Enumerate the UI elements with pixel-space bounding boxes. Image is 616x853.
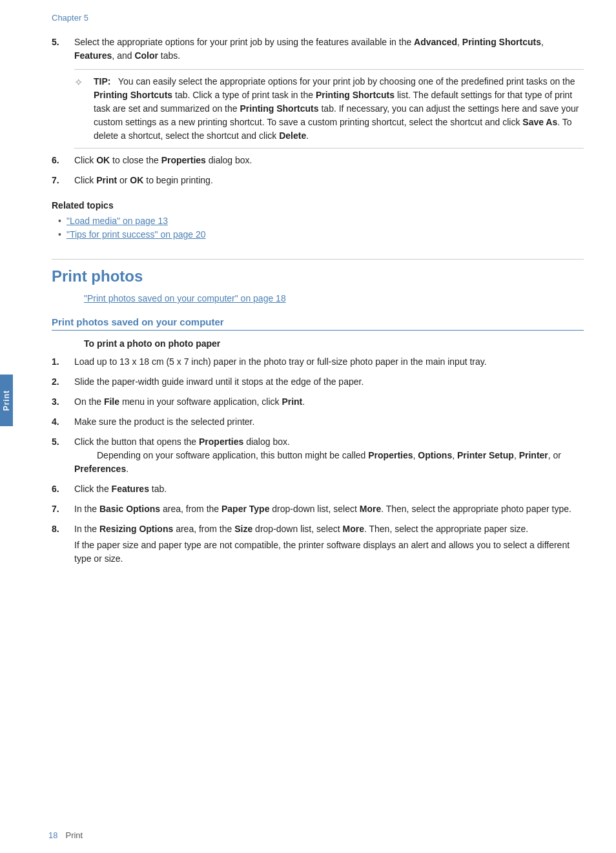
photo-step-5-indent: Depending on your software application, …: [74, 450, 561, 474]
p8-b3: More: [343, 524, 364, 534]
related-topics-title: Related topics: [52, 200, 584, 211]
p8-b2: Size: [234, 524, 252, 534]
step-5-bold-advanced: Advanced: [414, 37, 457, 47]
bullet-2: •: [58, 229, 61, 240]
photo-step-7-number: 7.: [52, 502, 74, 516]
print-photos-subsection-heading: Print photos saved on your computer: [52, 316, 584, 331]
step-6-bold-properties: Properties: [161, 155, 206, 165]
tip-content: TIP: You can easily select the appropria…: [94, 75, 584, 143]
photo-step-7-content: In the Basic Options area, from the Pape…: [74, 502, 584, 516]
photo-step-5-bold-prop: Properties: [199, 437, 243, 447]
divider: [52, 259, 584, 260]
step-6: 6. Click OK to close the Properties dial…: [52, 154, 584, 167]
photo-step-4-number: 4.: [52, 415, 74, 429]
tip-bold-2: Printing Shortcuts: [316, 90, 395, 100]
print-photos-heading: Print photos: [52, 267, 584, 285]
photo-step-1-number: 1.: [52, 355, 74, 369]
sidebar-tab-label: Print: [2, 390, 11, 411]
tip-icon: ✧: [74, 76, 88, 143]
p5-b1: Properties: [368, 450, 413, 460]
p5-b4: Printer: [519, 450, 548, 460]
step-5-content: Select the appropriate options for your …: [74, 36, 584, 63]
tip-bold-1: Printing Shortcuts: [94, 90, 172, 100]
step-6-bold-ok: OK: [96, 155, 110, 165]
bullet-1: •: [58, 216, 61, 226]
related-link-1: • "Load media" on page 13: [58, 216, 584, 226]
p5-b2: Options: [418, 450, 452, 460]
step-6-content: Click OK to close the Properties dialog …: [74, 154, 584, 167]
related-topics: Related topics • "Load media" on page 13…: [52, 200, 584, 240]
step-5-bold-features: Features: [74, 50, 112, 61]
photo-step-2-number: 2.: [52, 375, 74, 389]
tip-bold-saveas: Save As: [522, 117, 557, 127]
step-7-content: Click Print or OK to begin printing.: [74, 174, 584, 187]
p5-b5: Preferences: [74, 464, 126, 474]
photo-step-2-content: Slide the paper-width guide inward until…: [74, 375, 584, 389]
photo-step-8-content: In the Resizing Options area, from the S…: [74, 522, 584, 566]
photo-step-8-number: 8.: [52, 522, 74, 566]
chapter-label: Chapter 5: [52, 13, 584, 23]
step-7-bold-ok: OK: [130, 175, 143, 185]
tip-label: TIP:: [94, 76, 116, 87]
page-footer: 18 Print: [16, 830, 600, 840]
step-7: 7. Click Print or OK to begin printing.: [52, 174, 584, 187]
p5-b3: Printer Setup: [457, 450, 514, 460]
photo-step-1: 1. Load up to 13 x 18 cm (5 x 7 inch) pa…: [52, 355, 584, 369]
footer-page-number: 18: [48, 830, 57, 840]
tip-bold-delete: Delete: [279, 130, 306, 141]
photo-step-3-number: 3.: [52, 395, 74, 409]
photo-step-5-number: 5.: [52, 435, 74, 476]
photo-step-4-content: Make sure the product is the selected pr…: [74, 415, 584, 429]
photo-step-3-bold-file: File: [104, 396, 119, 407]
step-5: 5. Select the appropriate options for yo…: [52, 36, 584, 63]
photo-step-4: 4. Make sure the product is the selected…: [52, 415, 584, 429]
photo-step-1-content: Load up to 13 x 18 cm (5 x 7 inch) paper…: [74, 355, 584, 369]
photo-step-2: 2. Slide the paper-width guide inward un…: [52, 375, 584, 389]
step-7-number: 7.: [52, 174, 74, 187]
photo-step-6-bold-features: Features: [112, 484, 149, 494]
photo-step-6: 6. Click the Features tab.: [52, 482, 584, 496]
link-load-media[interactable]: "Load media" on page 13: [67, 216, 168, 226]
photo-step-3: 3. On the File menu in your software app…: [52, 395, 584, 409]
sidebar-tab: Print: [0, 375, 13, 426]
step-6-number: 6.: [52, 154, 74, 167]
photo-step-5-content: Click the button that opens the Properti…: [74, 435, 584, 476]
p7-b1: Basic Options: [99, 504, 160, 514]
tip-box: ✧ TIP: You can easily select the appropr…: [74, 69, 584, 149]
photo-step-8: 8. In the Resizing Options area, from th…: [52, 522, 584, 566]
photo-step-6-number: 6.: [52, 482, 74, 496]
step-5-bold-color: Color: [134, 50, 158, 61]
photo-step-6-content: Click the Features tab.: [74, 482, 584, 496]
photo-step-8-indent: If the paper size and paper type are not…: [74, 539, 584, 566]
sub-sub-heading: To print a photo on photo paper: [84, 338, 584, 349]
footer-section-label: Print: [65, 830, 83, 840]
photo-step-5: 5. Click the button that opens the Prope…: [52, 435, 584, 476]
photo-step-3-bold-print: Print: [282, 396, 302, 407]
photo-step-7: 7. In the Basic Options area, from the P…: [52, 502, 584, 516]
print-photos-intro-link[interactable]: "Print photos saved on your computer" on…: [84, 293, 584, 303]
p7-b2: Paper Type: [221, 504, 269, 514]
step-5-number: 5.: [52, 36, 74, 63]
tip-bold-3: Printing Shortcuts: [240, 103, 318, 114]
p7-b3: More: [360, 504, 381, 514]
step-7-bold-print: Print: [96, 175, 117, 185]
related-link-2: • "Tips for print success" on page 20: [58, 229, 584, 240]
p8-b1: Resizing Options: [99, 524, 173, 534]
photo-step-3-content: On the File menu in your software applic…: [74, 395, 584, 409]
step-5-bold-shortcuts: Printing Shortcuts: [462, 37, 541, 47]
link-tips-print[interactable]: "Tips for print success" on page 20: [67, 229, 206, 240]
